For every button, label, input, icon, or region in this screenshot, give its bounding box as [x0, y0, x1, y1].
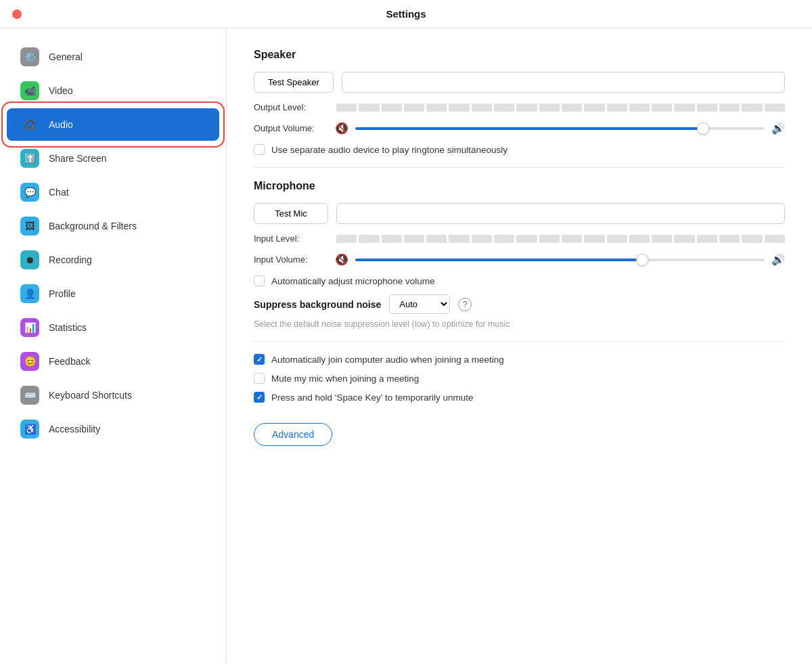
- mic-device-option[interactable]: Built-in Microphone (Internal Microphone…: [345, 208, 776, 219]
- level-segment: [516, 104, 537, 112]
- level-segment: [516, 235, 537, 243]
- level-segment: [359, 104, 379, 112]
- divider-1: [254, 167, 785, 168]
- sidebar-item-profile[interactable]: 👤Profile: [7, 277, 219, 310]
- recording-label: Recording: [49, 254, 92, 265]
- level-segment: [652, 104, 672, 112]
- separate-audio-checkbox[interactable]: [254, 144, 265, 155]
- level-segment: [674, 235, 694, 243]
- sidebar-item-general[interactable]: ⚙️General: [7, 41, 219, 73]
- input-volume-low-icon: 🔇: [335, 253, 348, 266]
- audio-label: Audio: [49, 119, 73, 130]
- space-key-checkbox[interactable]: [254, 392, 265, 403]
- profile-label: Profile: [49, 288, 76, 299]
- sidebar-item-video[interactable]: 📹Video: [7, 74, 219, 107]
- sidebar-item-background[interactable]: 🖼Background & Filters: [7, 210, 219, 242]
- level-segment: [494, 104, 514, 112]
- auto-adjust-label: Automatically adjust microphone volume: [271, 276, 435, 286]
- keyboard-label: Keyboard Shortcuts: [49, 390, 132, 401]
- mute-mic-checkbox[interactable]: [254, 373, 265, 384]
- level-segment: [607, 235, 627, 243]
- mic-device-select[interactable]: Built-in Microphone (Internal Microphone…: [336, 203, 785, 224]
- statistics-icon: 📊: [20, 318, 39, 337]
- advanced-container: Advanced: [254, 423, 332, 446]
- audio-icon: 🎧: [20, 115, 39, 134]
- sidebar-item-share-screen[interactable]: ⬆️Share Screen: [7, 142, 219, 175]
- sidebar: ⚙️General📹Video🎧Audio⬆️Share Screen💬Chat…: [0, 28, 227, 663]
- microphone-section-title: Microphone: [254, 180, 785, 192]
- speaker-device-select[interactable]: Built-in Output (Internal Speakers): [342, 72, 785, 93]
- sidebar-item-feedback[interactable]: 😊Feedback: [7, 345, 219, 378]
- separate-audio-label: Use separate audio device to play ringto…: [271, 145, 508, 155]
- input-level-row: Input Level:: [254, 233, 785, 244]
- level-segment: [719, 235, 740, 243]
- background-label: Background & Filters: [49, 221, 137, 231]
- sidebar-item-chat[interactable]: 💬Chat: [7, 176, 219, 208]
- general-icon: ⚙️: [20, 47, 39, 66]
- close-button[interactable]: [12, 9, 22, 19]
- level-segment: [426, 235, 447, 243]
- output-volume-slider[interactable]: [355, 127, 765, 130]
- input-volume-high-icon: 🔊: [771, 253, 785, 266]
- titlebar: Settings: [0, 0, 812, 28]
- level-segment: [426, 104, 447, 112]
- level-segment: [449, 235, 469, 243]
- level-segment: [336, 235, 357, 243]
- test-speaker-button[interactable]: Test Speaker: [254, 72, 334, 93]
- level-segment: [742, 235, 762, 243]
- output-level-label: Output Level:: [254, 102, 328, 112]
- advanced-button[interactable]: Advanced: [254, 423, 332, 446]
- level-segment: [584, 235, 604, 243]
- level-segment: [765, 235, 785, 243]
- video-icon: 📹: [20, 81, 39, 100]
- separate-audio-row: Use separate audio device to play ringto…: [254, 144, 785, 155]
- speaker-row: Test Speaker Built-in Output (Internal S…: [254, 72, 785, 93]
- space-key-row: Press and hold 'Space Key' to temporaril…: [254, 392, 785, 403]
- level-segment: [562, 104, 582, 112]
- chat-label: Chat: [49, 187, 69, 198]
- level-segment: [652, 235, 672, 243]
- input-level-bar: [336, 235, 785, 243]
- help-icon[interactable]: ?: [458, 298, 472, 311]
- test-mic-button[interactable]: Test Mic: [254, 203, 328, 224]
- accessibility-label: Accessibility: [49, 424, 100, 434]
- level-segment: [697, 104, 717, 112]
- speaker-section-title: Speaker: [254, 49, 785, 61]
- share-screen-icon: ⬆️: [20, 149, 39, 168]
- input-volume-slider[interactable]: [355, 259, 765, 261]
- feedback-label: Feedback: [49, 356, 90, 367]
- profile-icon: 👤: [20, 284, 39, 303]
- sidebar-item-accessibility[interactable]: ♿Accessibility: [7, 413, 219, 445]
- level-segment: [674, 104, 694, 112]
- auto-join-checkbox[interactable]: [254, 354, 265, 365]
- auto-adjust-row: Automatically adjust microphone volume: [254, 275, 785, 286]
- sidebar-item-keyboard[interactable]: ⌨️Keyboard Shortcuts: [7, 379, 219, 411]
- feedback-icon: 😊: [20, 352, 39, 371]
- sidebar-item-audio[interactable]: 🎧Audio: [7, 108, 219, 141]
- level-segment: [629, 235, 650, 243]
- chat-icon: 💬: [20, 183, 39, 202]
- speaker-device-option[interactable]: Built-in Output (Internal Speakers): [351, 77, 776, 87]
- level-segment: [449, 104, 469, 112]
- mute-mic-row: Mute my mic when joining a meeting: [254, 373, 785, 384]
- sidebar-item-recording[interactable]: ⏺Recording: [7, 244, 219, 276]
- sidebar-item-statistics[interactable]: 📊Statistics: [7, 311, 219, 344]
- mic-row: Test Mic Built-in Microphone (Internal M…: [254, 203, 785, 224]
- noise-select[interactable]: Auto Low Medium High: [389, 294, 450, 314]
- noise-row: Suppress background noise Auto Low Mediu…: [254, 294, 785, 314]
- video-label: Video: [49, 85, 73, 96]
- volume-low-icon: 🔇: [335, 122, 348, 135]
- auto-join-row: Automatically join computer audio when j…: [254, 354, 785, 365]
- general-label: General: [49, 51, 83, 62]
- level-segment: [472, 104, 492, 112]
- noise-label: Suppress background noise: [254, 299, 381, 310]
- auto-adjust-checkbox[interactable]: [254, 275, 265, 286]
- mute-mic-label: Mute my mic when joining a meeting: [271, 374, 419, 384]
- input-level-label: Input Level:: [254, 233, 328, 244]
- keyboard-icon: ⌨️: [20, 386, 39, 405]
- level-segment: [562, 235, 582, 243]
- level-segment: [472, 235, 492, 243]
- volume-high-icon: 🔊: [771, 122, 785, 135]
- level-segment: [359, 235, 379, 243]
- level-segment: [404, 235, 424, 243]
